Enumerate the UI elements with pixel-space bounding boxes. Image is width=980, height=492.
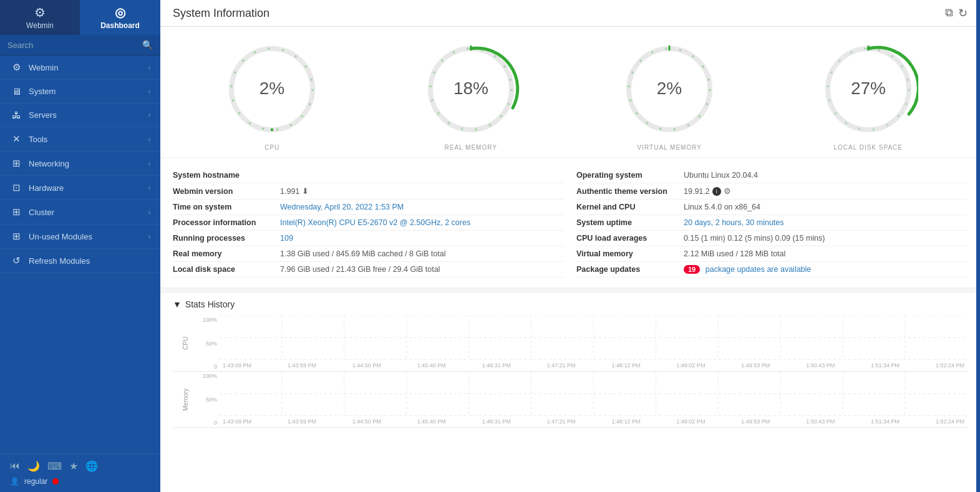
nav-tools-label: Tools: [29, 135, 47, 144]
copy-icon[interactable]: ⧉: [945, 6, 953, 20]
stats-header[interactable]: ▼ Stats History: [173, 299, 968, 309]
stats-section: ▼ Stats History CPU 100% 50% 0: [160, 293, 980, 492]
cpu-chart-plot: [220, 316, 968, 360]
memory-chart-inner: 100% 50% 0: [198, 372, 968, 427]
uptime-value[interactable]: 20 days, 2 hours, 30 minutes: [684, 218, 784, 227]
info-row-processes: Running processes 109: [173, 231, 564, 246]
packages-label: Package updates: [576, 265, 676, 274]
hostname-label: System hostname: [173, 171, 273, 180]
info-row-hostname: System hostname: [173, 168, 564, 183]
search-input[interactable]: [7, 41, 142, 50]
cpu-y-axis: 100% 50% 0: [198, 316, 220, 371]
right-accent-bar: [976, 0, 980, 492]
main-header: System Information ⧉ ↻: [160, 0, 980, 27]
svg-text:2%: 2%: [260, 79, 284, 98]
nav-hardware[interactable]: ⊡ Hardware ›: [0, 176, 160, 200]
mem-xtick-3: 1:45:40 PM: [417, 418, 446, 425]
gauges-section: 2% CPU 18% REAL MEMORY: [160, 27, 980, 158]
search-bar: 🔍: [0, 35, 160, 55]
mem-xtick-9: 1:50:43 PM: [806, 418, 835, 425]
nav-webmin[interactable]: ⚙ Webmin ›: [0, 55, 160, 80]
cpu-xtick-11: 1:52:24 PM: [936, 362, 964, 369]
dashboard-nav-header[interactable]: ◎ Dashboard: [80, 0, 160, 35]
moon-icon[interactable]: 🌙: [27, 460, 40, 472]
nav-servers[interactable]: 🖧 Servers ›: [0, 104, 160, 127]
nav-tools[interactable]: ✕ Tools ›: [0, 127, 160, 152]
info-row-os: Operating system Ubuntu Linux 20.04.4: [576, 168, 968, 183]
updates-badge: 19: [684, 265, 700, 274]
hardware-nav-icon: ⊡: [10, 182, 22, 193]
memory-tick-100: 100%: [200, 373, 217, 379]
mem-xtick-5: 1:47:21 PM: [547, 418, 576, 425]
refresh-icon[interactable]: ↻: [958, 6, 968, 20]
kernel-label: Kernel and CPU: [576, 203, 676, 211]
nav-refresh-label: Refresh Modules: [29, 256, 90, 266]
memory-y-axis: 100% 50% 0: [198, 372, 220, 427]
mem-xtick-1: 1:43:59 PM: [288, 418, 316, 425]
cpu-xtick-4: 1:46:31 PM: [482, 362, 511, 369]
info-icon[interactable]: i: [712, 187, 721, 196]
svg-text:2%: 2%: [657, 79, 682, 98]
memory-xaxis: 1:43:09 PM 1:43:59 PM 1:44:50 PM 1:45:40…: [220, 416, 968, 427]
real-memory-gauge-svg: 18%: [421, 39, 521, 139]
chevron-right-icon: ›: [148, 64, 150, 71]
updates-link[interactable]: package updates are available: [706, 265, 812, 274]
info-row-theme: Authentic theme version 19.91.2 i ⚙: [576, 183, 968, 200]
chevron-right-icon: ›: [148, 136, 150, 143]
mem-xtick-10: 1:51:34 PM: [871, 418, 900, 425]
nav-system[interactable]: 🖥 System ›: [0, 80, 160, 104]
processor-value[interactable]: Intel(R) Xeon(R) CPU E5-2670 v2 @ 2.50GH…: [280, 218, 470, 227]
chevron-right-icon: ›: [148, 88, 150, 95]
processes-value[interactable]: 109: [280, 234, 293, 243]
nav-networking-label: Networking: [29, 159, 69, 168]
page-title: System Information: [173, 7, 269, 20]
collapse-icon: ▼: [173, 299, 182, 309]
globe-icon[interactable]: 🌐: [85, 460, 98, 472]
mem-xtick-7: 1:49:02 PM: [676, 418, 705, 425]
main-content: System Information ⧉ ↻ 2% CPU: [160, 0, 980, 492]
info-row-webmin-version: Webmin version 1.991 ⬇: [173, 183, 564, 200]
virtual-memory-gauge: 2% VIRTUAL MEMORY: [582, 39, 757, 151]
real-memory-label: Real memory: [173, 249, 273, 258]
star-icon[interactable]: ★: [69, 460, 78, 472]
cpu-xtick-3: 1:45:40 PM: [417, 362, 446, 369]
nav-servers-label: Servers: [29, 110, 57, 120]
os-value: Ubuntu Linux 20.04.4: [684, 171, 758, 180]
first-page-icon[interactable]: ⏮: [10, 460, 20, 472]
webmin-icon: ⚙: [34, 5, 46, 20]
disk-gauge-label: LOCAL DISK SPACE: [834, 144, 903, 151]
virtual-memory-label: Virtual memory: [576, 249, 676, 258]
mem-xtick-11: 1:52:24 PM: [936, 418, 964, 425]
nav-system-label: System: [29, 87, 56, 96]
terminal-icon[interactable]: ⌨: [47, 460, 62, 472]
cpu-xtick-8: 1:49:53 PM: [741, 362, 770, 369]
os-label: Operating system: [576, 171, 676, 180]
username-label: regular: [24, 477, 47, 486]
webmin-nav-header[interactable]: ⚙ Webmin: [0, 0, 80, 35]
cpu-chart-svg: [220, 316, 968, 360]
cpu-gauge-label: CPU: [264, 144, 279, 151]
mem-xtick-4: 1:46:31 PM: [482, 418, 511, 425]
settings-icon[interactable]: ⚙: [724, 186, 731, 196]
nav-unused-modules[interactable]: ⊞ Un-used Modules ›: [0, 224, 160, 249]
load-value: 0.15 (1 min) 0.12 (5 mins) 0.09 (15 mins…: [684, 234, 825, 243]
info-row-packages: Package updates 19 package updates are a…: [576, 262, 968, 277]
processor-label: Processor information: [173, 218, 273, 227]
memory-y-label: Memory: [173, 372, 198, 427]
chevron-right-icon: ›: [148, 160, 150, 167]
webmin-nav-icon: ⚙: [10, 62, 22, 73]
nav-unused-label: Un-used Modules: [29, 232, 92, 241]
memory-chart-svg: [220, 372, 968, 416]
cpu-xtick-9: 1:50:43 PM: [806, 362, 835, 369]
time-value[interactable]: Wednesday, April 20, 2022 1:53 PM: [280, 203, 404, 211]
memory-chart-row: Memory 100% 50% 0: [173, 372, 968, 428]
nav-networking[interactable]: ⊞ Networking ›: [0, 152, 160, 176]
theme-value: 19.91.2 i ⚙: [684, 186, 731, 196]
chevron-right-icon: ›: [148, 209, 150, 216]
nav-cluster[interactable]: ⊞ Cluster ›: [0, 200, 160, 224]
download-icon[interactable]: ⬇: [302, 186, 309, 196]
dashboard-icon: ◎: [115, 5, 125, 20]
cpu-xtick-0: 1:43:09 PM: [223, 362, 251, 369]
info-row-disk-space: Local disk space 7.96 GiB used / 21.43 G…: [173, 262, 564, 277]
nav-refresh-modules[interactable]: ↺ Refresh Modules: [0, 249, 160, 273]
